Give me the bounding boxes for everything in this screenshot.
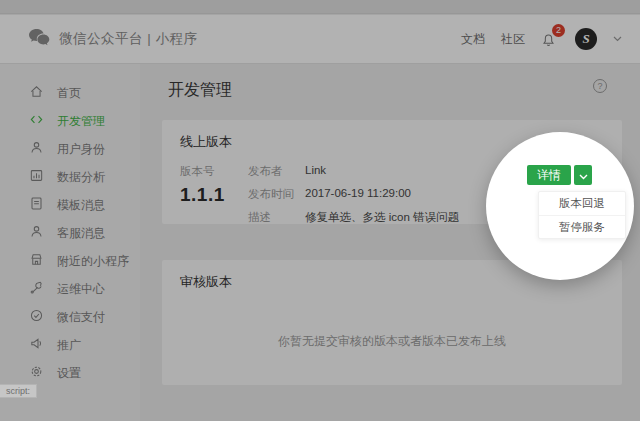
detail-dropdown-toggle[interactable] — [574, 165, 592, 185]
detail-button[interactable]: 详情 — [527, 165, 571, 185]
version-actions-menu: 版本回退 暂停服务 — [538, 191, 626, 239]
menu-item-suspend-service[interactable]: 暂停服务 — [539, 215, 625, 238]
menu-item-version-rollback[interactable]: 版本回退 — [539, 192, 625, 215]
chevron-down-icon — [579, 168, 588, 183]
app-window: 微信公众平台 | 小程序 文档 社区 2 S 首页 开发管理 — [0, 0, 640, 421]
browser-status-text: script: — [0, 384, 37, 398]
